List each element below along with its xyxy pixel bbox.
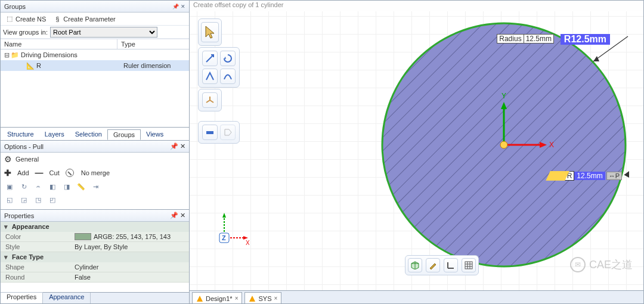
prop-name: Style	[1, 242, 72, 252]
prop-shape[interactable]: Shape Cylinder	[1, 262, 189, 272]
option-general[interactable]: ⚙ General	[1, 153, 189, 166]
properties-header: Properties 📌 ✕	[1, 210, 189, 222]
body-b-icon[interactable]: ◲	[18, 194, 29, 205]
gear-icon: ⚙	[4, 154, 12, 164]
props-tabstrip: Properties Appearance	[1, 292, 189, 303]
category-appearance-label: Appearance	[12, 223, 49, 230]
r-input[interactable]: 12.5mm	[574, 172, 605, 180]
axis-x-label: X	[549, 141, 554, 149]
tree-col-name[interactable]: Name	[1, 39, 117, 49]
upto-icon[interactable]: ⇥	[90, 181, 101, 192]
cylinder-face[interactable]: X Y	[379, 20, 629, 270]
svg-rect-0	[206, 131, 213, 134]
spin-icon	[223, 54, 233, 63]
tab-properties[interactable]: Properties	[1, 292, 43, 303]
create-param-label: Create Parameter	[63, 15, 115, 23]
view-groups-label: View groups in:	[3, 29, 48, 36]
options-pin-icon[interactable]: 📌 ✕	[170, 142, 185, 150]
option-bool-row: ✚ Add — Cut No merge	[1, 166, 189, 180]
measure-group	[198, 121, 240, 144]
draft-icon[interactable]: ◧	[47, 181, 58, 192]
nomerge-icon	[66, 169, 74, 177]
select-button[interactable]	[201, 22, 219, 42]
view-edit-button[interactable]	[426, 258, 440, 272]
tab-appearance[interactable]: Appearance	[43, 293, 91, 303]
tree-header: Name Type	[1, 39, 189, 49]
nomerge-button[interactable]: No merge	[79, 167, 112, 178]
tree-item-r[interactable]: 📐 R Ruler dimension	[1, 60, 189, 71]
axes-icon	[447, 261, 455, 269]
canvas[interactable]: X Y Radius 12.5mm R12.5mm	[190, 11, 643, 290]
create-ns-button[interactable]: ⬚ Create NS	[3, 14, 48, 24]
svg-marker-10	[593, 56, 599, 61]
ruler-icon	[205, 128, 215, 137]
view-toolbar	[405, 255, 479, 275]
doc-tab-design1[interactable]: Design1* ×	[192, 292, 242, 303]
tab-views[interactable]: Views	[141, 129, 169, 140]
tree-item-driving-dims[interactable]: ⊟ 📁 Driving Dimensions	[1, 49, 189, 60]
pick-icon	[205, 72, 215, 81]
triad-icon	[205, 95, 215, 105]
category-appearance[interactable]: ▾ Appearance	[1, 222, 189, 232]
category-facetype[interactable]: ▾ Face Type	[1, 252, 189, 262]
cube-icon	[411, 261, 419, 269]
groups-tree: ⊟ 📁 Driving Dimensions 📐 R Ruler dimensi…	[1, 49, 189, 128]
tag-button[interactable]	[220, 125, 236, 140]
tab-selection[interactable]: Selection	[70, 129, 107, 140]
pull-button[interactable]	[202, 51, 218, 66]
body-c-icon[interactable]: ◳	[33, 194, 44, 205]
move-icon	[223, 72, 233, 81]
pin-icon[interactable]: 📌 ✕	[172, 4, 185, 10]
document-tabs: Design1* × SYS ×	[190, 290, 643, 303]
svg-text:Y: Y	[222, 213, 226, 214]
ansys-logo-icon	[249, 295, 256, 302]
spin-button[interactable]	[220, 51, 236, 66]
doc-tab-label: SYS	[258, 295, 271, 302]
prop-color[interactable]: Color ARGB: 255, 143, 175, 143	[1, 232, 189, 242]
parameterize-button[interactable]: ↔P	[606, 172, 622, 180]
view-axes-button[interactable]	[444, 258, 458, 272]
r-dimension-callout[interactable]: R 12.5mm ↔P	[548, 171, 622, 181]
scale-icon[interactable]: ◨	[61, 181, 72, 192]
radius-label: Radius	[497, 34, 524, 44]
body-a-icon[interactable]: ◱	[4, 194, 15, 205]
expand-icon[interactable]: ⊟	[3, 51, 10, 59]
sweep-icon[interactable]: 𝄐	[33, 181, 44, 192]
color-value-text: ARGB: 255, 143, 175, 143	[94, 233, 171, 240]
tab-groups[interactable]: Groups	[107, 129, 141, 140]
ansys-logo-icon	[196, 295, 203, 302]
move-button[interactable]	[220, 69, 236, 84]
create-param-button[interactable]: § Create Parameter	[51, 14, 117, 24]
select-group	[198, 18, 222, 46]
view-grid-button[interactable]	[462, 258, 476, 272]
prop-round[interactable]: Round False	[1, 272, 189, 283]
tree-col-type[interactable]: Type	[117, 39, 189, 49]
pick-button[interactable]	[202, 69, 218, 84]
app-root: Groups 📌 ✕ ⬚ Create NS § Create Paramete…	[0, 0, 644, 304]
close-icon[interactable]: ×	[274, 295, 278, 302]
option-body-row: ◱ ◲ ◳ ◰	[1, 193, 189, 206]
cut-button[interactable]: Cut	[47, 167, 62, 178]
add-button[interactable]: Add	[15, 167, 32, 178]
view-groups-select[interactable]: Root Part	[50, 27, 157, 38]
doc-tab-sys[interactable]: SYS ×	[244, 292, 281, 303]
tab-structure[interactable]: Structure	[2, 129, 39, 140]
tab-layers[interactable]: Layers	[39, 129, 70, 140]
category-facetype-label: Face Type	[12, 253, 44, 260]
props-pin-icon[interactable]: 📌 ✕	[170, 212, 185, 219]
view-triad[interactable]: X Y Z	[213, 213, 249, 249]
orient-button[interactable]	[202, 92, 218, 108]
svg-rect-20	[465, 262, 472, 269]
view-cube-button[interactable]	[408, 258, 422, 272]
prop-name: Color	[1, 232, 72, 241]
groups-title: Groups	[4, 3, 26, 10]
measure-button[interactable]	[202, 125, 218, 140]
close-icon[interactable]: ×	[235, 295, 239, 302]
ruler-icon[interactable]: 📏	[76, 181, 86, 192]
body-d-icon[interactable]: ◰	[47, 194, 58, 205]
groups-header: Groups 📌 ✕	[1, 1, 189, 13]
cube-icon[interactable]: ▣	[4, 181, 15, 192]
prop-style[interactable]: Style By Layer, By Style	[1, 242, 189, 252]
groups-toolbar: ⬚ Create NS § Create Parameter	[1, 13, 189, 26]
revolve-icon[interactable]: ↻	[18, 181, 29, 192]
